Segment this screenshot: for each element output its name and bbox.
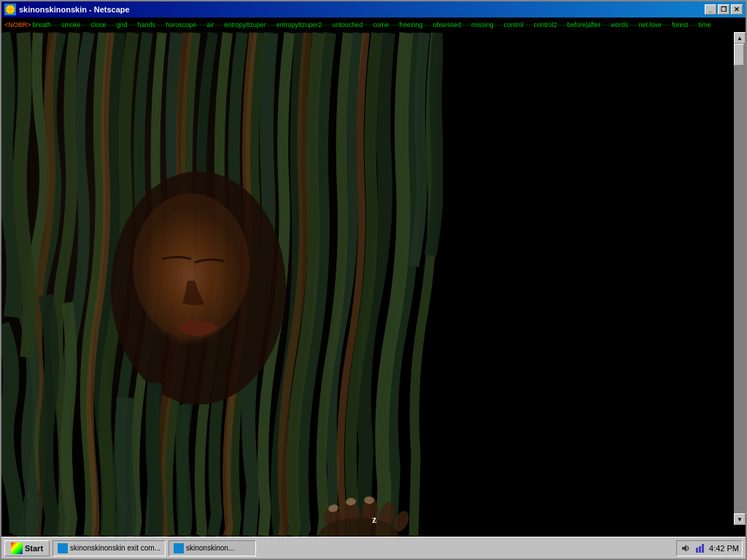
nav-link-come[interactable]: come — [373, 21, 389, 28]
taskbar-item-label-1: skinonskinon... — [186, 544, 234, 552]
window-title: skinonskinonskin - Netscape — [19, 5, 130, 14]
browser-window: skinonskinonskin - Netscape _ ❐ ✕ <NOBR>… — [0, 0, 747, 560]
taskbar: Start skinonskinonskin exit com... skino… — [1, 537, 746, 559]
volume-icon[interactable] — [680, 542, 692, 554]
netscape-taskbar-icon-1 — [174, 543, 184, 553]
nav-bar: <NOBR> breath ---- smoke ---- close ----… — [1, 18, 746, 32]
system-tray: 4:42 PM — [676, 540, 743, 556]
nav-link-time[interactable]: time — [698, 21, 711, 28]
title-bar-left: skinonskinonskin - Netscape — [4, 4, 130, 15]
nav-link-words[interactable]: words — [611, 21, 628, 28]
title-bar: skinonskinonskin - Netscape _ ❐ ✕ — [1, 1, 746, 18]
main-image: z — [1, 32, 443, 537]
browser-content: <NOBR> breath ---- smoke ---- close ----… — [1, 18, 746, 537]
taskbar-item-1[interactable]: skinonskinon... — [169, 540, 256, 556]
scroll-track[interactable] — [734, 44, 746, 513]
netscape-taskbar-icon-0 — [58, 543, 68, 553]
nav-link-air[interactable]: air — [206, 21, 214, 28]
nav-link-breath[interactable]: breath — [33, 21, 52, 28]
nav-link-obsessed[interactable]: obsessed — [433, 21, 461, 28]
nav-link-entropy8zuper2[interactable]: entropy8zuper2 — [276, 21, 322, 28]
windows-logo-icon — [11, 542, 23, 554]
nav-link-smoke[interactable]: smoke — [61, 21, 81, 28]
vertical-scrollbar[interactable]: ▲ ▼ — [734, 32, 746, 525]
nobr-tag: <NOBR> — [4, 21, 31, 28]
start-button[interactable]: Start — [4, 540, 50, 556]
main-content-area: z ▲ ▼ — [1, 32, 746, 537]
svg-text:z: z — [372, 514, 376, 525]
system-clock: 4:42 PM — [709, 544, 739, 553]
taskbar-item-0[interactable]: skinonskinonskin exit com... — [53, 540, 166, 556]
netscape-icon — [4, 4, 16, 15]
scroll-down-button[interactable]: ▼ — [734, 513, 746, 525]
nav-links: <NOBR> breath ---- smoke ---- close ----… — [4, 21, 711, 28]
scroll-up-button[interactable]: ▲ — [734, 32, 746, 44]
nav-link-untouched[interactable]: untouched — [332, 21, 363, 28]
start-label: Start — [25, 544, 43, 553]
nav-link-beforeafter[interactable]: before|after — [567, 21, 600, 28]
nav-link-freezing[interactable]: freezing — [399, 21, 422, 28]
nav-link-control2[interactable]: control2 — [533, 21, 557, 28]
svg-rect-17 — [702, 544, 704, 553]
black-background-right — [443, 32, 734, 537]
nav-link-grid[interactable]: grid — [117, 21, 128, 28]
nav-link-horoscope[interactable]: horoscope — [166, 21, 196, 28]
nav-link-close[interactable]: close — [91, 21, 107, 28]
nav-link-hands[interactable]: hands — [138, 21, 156, 28]
nav-link-netlove[interactable]: net.love — [638, 21, 662, 28]
restore-button[interactable]: ❐ — [718, 4, 729, 15]
nav-link-control[interactable]: control — [503, 21, 523, 28]
nav-link-entropy8zuper[interactable]: entropy8zuper — [224, 21, 266, 28]
taskbar-item-label-0: skinonskinonskin exit com... — [70, 544, 160, 552]
network-icon[interactable] — [694, 542, 706, 554]
minimize-button[interactable]: _ — [705, 4, 716, 15]
nav-link-forest[interactable]: forest — [672, 21, 689, 28]
svg-point-3 — [133, 193, 249, 339]
title-bar-buttons: _ ❐ ✕ — [705, 4, 743, 15]
scroll-thumb[interactable] — [734, 44, 744, 66]
svg-marker-14 — [682, 545, 686, 552]
nav-link-missing[interactable]: missing — [471, 21, 494, 28]
person-svg: z — [1, 32, 443, 537]
svg-rect-15 — [696, 548, 698, 553]
svg-rect-16 — [699, 546, 701, 553]
close-button[interactable]: ✕ — [731, 4, 743, 15]
